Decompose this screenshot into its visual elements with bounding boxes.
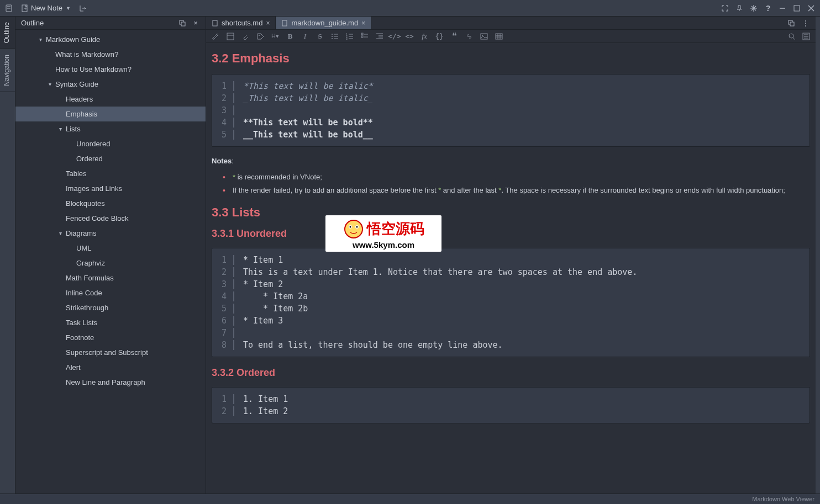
caret-icon: [57, 305, 64, 311]
caret-icon: [67, 245, 74, 252]
expand-icon[interactable]: [721, 4, 729, 13]
tree-item[interactable]: Headers: [15, 92, 206, 107]
tree-label: New Line and Paragraph: [66, 378, 145, 386]
tree-label: Ordered: [76, 155, 103, 163]
tree-item[interactable]: ▾Lists: [15, 121, 206, 136]
ol-icon[interactable]: 123: [345, 31, 355, 41]
copy-icon[interactable]: [178, 19, 187, 28]
section-icon[interactable]: [225, 31, 235, 41]
tree-item[interactable]: Graphviz: [15, 256, 206, 270]
svg-rect-15: [227, 33, 234, 40]
inline-code-icon[interactable]: <>: [404, 31, 414, 41]
tree-item[interactable]: ▾Syntax Guide: [15, 77, 206, 92]
tag-icon[interactable]: [255, 31, 265, 41]
attachment-icon[interactable]: [240, 31, 250, 41]
panel-close-icon[interactable]: ×: [191, 19, 200, 28]
tree-item[interactable]: Blockquotes: [15, 196, 206, 211]
side-tab-navigation[interactable]: Navigation: [0, 49, 15, 92]
tree-item[interactable]: Strikethrough: [15, 300, 206, 315]
tree-item[interactable]: Unordered: [15, 136, 206, 151]
heading-icon[interactable]: H▾: [270, 31, 280, 41]
tree-item[interactable]: Ordered: [15, 151, 206, 166]
editor-tab[interactable]: markdown_guide.md×: [276, 17, 371, 29]
tree-item[interactable]: Tables: [15, 166, 206, 181]
notes-list: * is recommended in VNote; If the render…: [225, 172, 810, 195]
image-icon[interactable]: [479, 31, 489, 41]
file-icon: [281, 20, 288, 26]
ul-icon[interactable]: [330, 31, 340, 41]
side-tab-outline[interactable]: Outline: [0, 17, 15, 49]
braces-icon[interactable]: {}: [434, 31, 444, 41]
svg-line-46: [793, 38, 795, 40]
svg-rect-30: [361, 33, 363, 35]
tree-label: Markdown Guide: [46, 35, 100, 44]
svg-point-45: [789, 34, 793, 38]
link-icon[interactable]: [464, 31, 474, 41]
tab-label: shortcuts.md: [222, 19, 262, 27]
tree-label: Graphviz: [76, 259, 105, 267]
bold-icon[interactable]: B: [285, 31, 295, 41]
tree-item[interactable]: Footnote: [15, 330, 206, 345]
help-icon[interactable]: ?: [764, 4, 772, 13]
maximize-icon[interactable]: [792, 4, 801, 13]
tree-item[interactable]: Superscript and Subscript: [15, 345, 206, 360]
code-line: 7: [212, 327, 810, 339]
tree-item[interactable]: How to Use Markdown?: [15, 62, 206, 77]
tree-item[interactable]: What is Markdown?: [15, 47, 206, 62]
file-icon: [212, 20, 218, 26]
tree-item[interactable]: Images and Links: [15, 181, 206, 196]
caret-icon: [57, 200, 64, 207]
tree-item[interactable]: Fenced Code Block: [15, 211, 206, 226]
new-note-button[interactable]: + New Note ▼: [19, 3, 73, 13]
tree-item[interactable]: Alert: [15, 360, 206, 375]
tree-item[interactable]: Task Lists: [15, 315, 206, 330]
tree-item[interactable]: ▾Markdown Guide: [15, 32, 206, 47]
math-icon[interactable]: fx: [419, 31, 429, 41]
line-number: 1: [212, 81, 234, 91]
checklist-icon[interactable]: [360, 31, 370, 41]
close-icon[interactable]: [807, 4, 816, 13]
line-number: 4: [212, 291, 234, 301]
minimize-icon[interactable]: [778, 4, 787, 13]
watermark: 悟空源码 www.5kym.com: [325, 215, 441, 252]
code-line: 2_This text will be italic_: [212, 92, 810, 104]
watermark-text: 悟空源码: [367, 219, 424, 238]
search-icon[interactable]: [787, 31, 797, 41]
strike-icon[interactable]: S: [315, 31, 325, 41]
markdown-viewer[interactable]: 悟空源码 www.5kym.com 3.2 Emphasis 1*This te…: [206, 43, 816, 494]
notebook-icon[interactable]: [4, 4, 13, 13]
windows-icon[interactable]: [787, 19, 796, 28]
italic-icon[interactable]: I: [300, 31, 310, 41]
sidebar-title: Outline: [21, 19, 44, 27]
import-icon[interactable]: [78, 4, 87, 13]
tab-close-icon[interactable]: ×: [361, 19, 365, 27]
code-block-unordered: 1* Item 12This is a text under Item 1. N…: [212, 248, 810, 357]
tree-item[interactable]: UML: [15, 241, 206, 256]
tree-item[interactable]: Emphasis: [15, 107, 206, 121]
svg-point-55: [356, 226, 358, 227]
svg-rect-40: [496, 34, 502, 39]
toc-icon[interactable]: [801, 31, 811, 41]
tree-item[interactable]: Inline Code: [15, 285, 206, 300]
list-item: * is recommended in VNote;: [225, 172, 810, 183]
line-number: 3: [212, 279, 234, 289]
more-icon[interactable]: ⋮: [801, 19, 810, 28]
code-icon[interactable]: </>: [390, 31, 400, 41]
table-icon[interactable]: [494, 31, 504, 41]
svg-point-17: [259, 35, 260, 36]
tree-item[interactable]: New Line and Paragraph: [15, 375, 206, 390]
indent-icon[interactable]: [375, 31, 385, 41]
content-scrollbar[interactable]: [816, 17, 820, 494]
tree-label: Lists: [66, 125, 81, 133]
code-line: 2This is a text under Item 1. Notice tha…: [212, 266, 810, 278]
edit-icon[interactable]: [211, 31, 220, 41]
tree-item[interactable]: ▾Diagrams: [15, 226, 206, 241]
editor-tab[interactable]: shortcuts.md×: [206, 17, 276, 29]
settings-icon[interactable]: [749, 4, 758, 13]
pin-icon[interactable]: [735, 4, 744, 13]
line-number: 3: [212, 105, 234, 115]
watermark-url: www.5kym.com: [353, 240, 414, 250]
tree-item[interactable]: Math Formulas: [15, 270, 206, 285]
quote-icon[interactable]: ❝: [449, 31, 459, 41]
tab-close-icon[interactable]: ×: [266, 19, 270, 27]
